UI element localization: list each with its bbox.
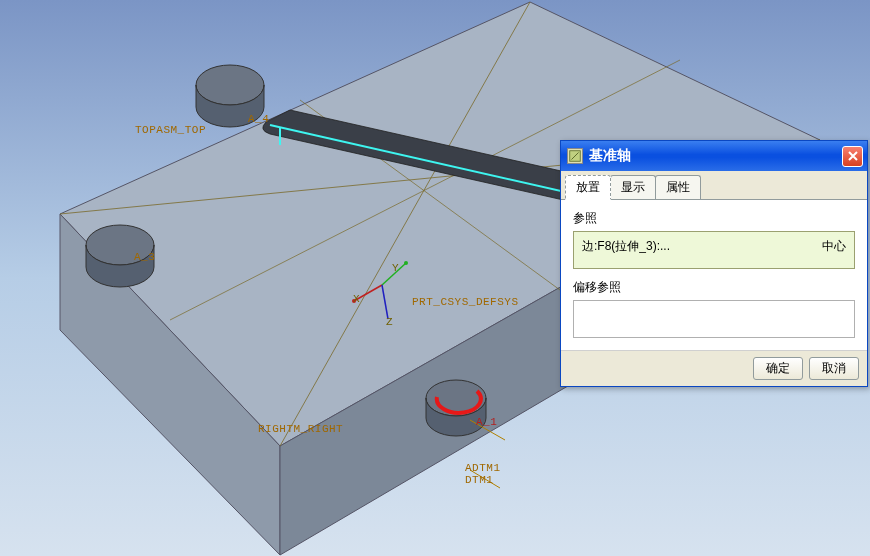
dialog-title: 基准轴: [589, 147, 842, 165]
tab-display[interactable]: 显示: [610, 175, 656, 199]
close-icon: [847, 150, 859, 162]
reference-item-left: 边:F8(拉伸_3):...: [582, 238, 670, 262]
dialog-tabs: 放置 显示 属性: [561, 171, 867, 200]
label-dtm1: ADTM1 DTM1: [465, 462, 501, 486]
label-top: TOPASM_TOP: [135, 124, 206, 136]
label-a3: A_3: [134, 251, 155, 263]
reference-label: 参照: [573, 210, 855, 227]
dialog-footer: 确定 取消: [561, 350, 867, 386]
axis-x-label: X: [353, 293, 360, 305]
datum-axis-dialog: 基准轴 放置 显示 属性 参照 边:F8(拉伸_3):... 中心 偏移参照 确…: [560, 140, 868, 387]
dialog-titlebar[interactable]: 基准轴: [561, 141, 867, 171]
dialog-icon: [567, 148, 583, 164]
tab-props[interactable]: 属性: [655, 175, 701, 199]
reference-item-right: 中心: [822, 238, 846, 262]
label-csys: PRT_CSYS_DEFSYS: [412, 296, 519, 308]
label-right: RIGHTM_RIGHT: [258, 423, 343, 435]
tab-place[interactable]: 放置: [565, 175, 611, 200]
axis-z-label: Z: [386, 316, 393, 328]
offset-list[interactable]: [573, 300, 855, 338]
dialog-body: 参照 边:F8(拉伸_3):... 中心 偏移参照: [561, 200, 867, 350]
ok-button[interactable]: 确定: [753, 357, 803, 380]
close-button[interactable]: [842, 146, 863, 167]
reference-list[interactable]: 边:F8(拉伸_3):... 中心: [573, 231, 855, 269]
label-a1: A_1: [476, 416, 497, 428]
svg-point-8: [404, 261, 408, 265]
axis-y-label: Y: [392, 262, 399, 274]
label-a4: A_4: [248, 113, 269, 125]
offset-label: 偏移参照: [573, 279, 855, 296]
cancel-button[interactable]: 取消: [809, 357, 859, 380]
